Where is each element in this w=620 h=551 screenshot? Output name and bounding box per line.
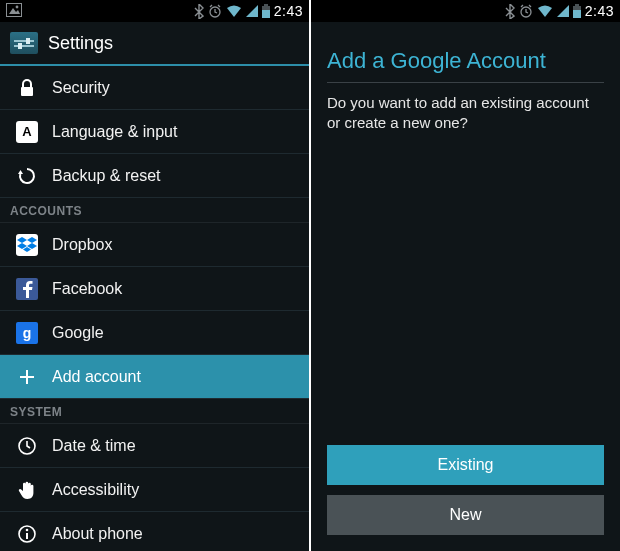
- bluetooth-icon: [194, 4, 204, 19]
- row-label: Backup & reset: [52, 167, 161, 185]
- plus-icon: [16, 366, 38, 388]
- row-label: Accessibility: [52, 481, 139, 499]
- row-label: Dropbox: [52, 236, 112, 254]
- restore-icon: [16, 165, 38, 187]
- settings-title: Settings: [48, 33, 113, 54]
- add-account-prompt: Do you want to add an existing account o…: [311, 83, 620, 144]
- svg-rect-9: [14, 45, 34, 47]
- lock-icon: [16, 77, 38, 99]
- status-bar: 2:43: [311, 0, 620, 22]
- picture-icon: [6, 3, 22, 17]
- hand-icon: [16, 479, 38, 501]
- svg-rect-8: [14, 40, 34, 42]
- cell-signal-icon: [557, 5, 569, 17]
- svg-point-2: [16, 6, 19, 9]
- svg-marker-4: [246, 5, 258, 17]
- facebook-icon: [16, 278, 38, 300]
- new-button[interactable]: New: [327, 495, 604, 535]
- alarm-icon: [208, 4, 222, 18]
- svg-rect-7: [264, 4, 268, 6]
- section-system: SYSTEM: [0, 399, 309, 424]
- svg-rect-22: [26, 533, 28, 539]
- svg-rect-12: [21, 87, 33, 96]
- row-label: Add account: [52, 368, 141, 386]
- settings-list[interactable]: Security A Language & input Backup & res…: [0, 66, 309, 551]
- add-account-screen: 2:43 Add a Google Account Do you want to…: [311, 0, 620, 551]
- wifi-icon: [226, 5, 242, 18]
- svg-rect-26: [573, 10, 581, 18]
- language-icon: A: [16, 121, 38, 143]
- row-label: Language & input: [52, 123, 177, 141]
- info-icon: [16, 523, 38, 545]
- settings-screen: 2:43 Settings Security A Language & inpu…: [0, 0, 309, 551]
- battery-icon: [262, 4, 270, 18]
- alarm-icon: [519, 4, 533, 18]
- svg-point-21: [26, 529, 29, 532]
- row-google[interactable]: g Google: [0, 311, 309, 355]
- row-backup-reset[interactable]: Backup & reset: [0, 154, 309, 198]
- svg-rect-6: [262, 10, 270, 18]
- row-date-time[interactable]: Date & time: [0, 424, 309, 468]
- row-label: Google: [52, 324, 104, 342]
- cell-signal-icon: [246, 5, 258, 17]
- row-about-phone[interactable]: About phone: [0, 512, 309, 551]
- row-label: About phone: [52, 525, 143, 543]
- svg-rect-10: [26, 38, 30, 44]
- settings-header: Settings: [0, 22, 309, 66]
- settings-app-icon: [10, 32, 38, 54]
- status-bar: 2:43: [0, 0, 309, 22]
- svg-marker-24: [557, 5, 569, 17]
- svg-marker-1: [9, 8, 20, 14]
- wifi-icon: [537, 5, 553, 18]
- row-facebook[interactable]: Facebook: [0, 267, 309, 311]
- row-accessibility[interactable]: Accessibility: [0, 468, 309, 512]
- row-label: Security: [52, 79, 110, 97]
- battery-icon: [573, 4, 581, 18]
- svg-marker-14: [17, 237, 27, 243]
- row-label: Facebook: [52, 280, 122, 298]
- row-language-input[interactable]: A Language & input: [0, 110, 309, 154]
- dropbox-icon: [16, 234, 38, 256]
- row-add-account[interactable]: Add account: [0, 355, 309, 399]
- row-security[interactable]: Security: [0, 66, 309, 110]
- row-label: Date & time: [52, 437, 136, 455]
- existing-button[interactable]: Existing: [327, 445, 604, 485]
- svg-marker-15: [27, 237, 37, 243]
- status-time: 2:43: [585, 3, 614, 19]
- svg-marker-13: [18, 170, 23, 174]
- add-account-title: Add a Google Account: [311, 22, 620, 82]
- section-accounts: ACCOUNTS: [0, 198, 309, 223]
- button-stack: Existing New: [327, 445, 604, 535]
- svg-marker-18: [23, 247, 31, 252]
- svg-rect-11: [18, 43, 22, 49]
- clock-icon: [16, 435, 38, 457]
- row-dropbox[interactable]: Dropbox: [0, 223, 309, 267]
- google-icon: g: [16, 322, 38, 344]
- status-time: 2:43: [274, 3, 303, 19]
- bluetooth-icon: [505, 4, 515, 19]
- svg-rect-27: [575, 4, 579, 6]
